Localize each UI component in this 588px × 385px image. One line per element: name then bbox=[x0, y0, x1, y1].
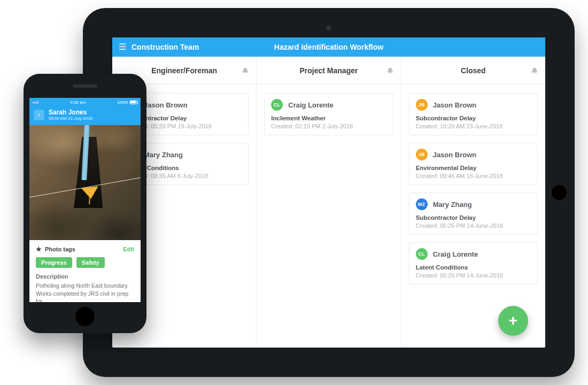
author-timestamp: 08:56 AM 22-July-2018 bbox=[49, 116, 92, 121]
menu-icon[interactable]: ☰ bbox=[119, 43, 126, 51]
column-header: Project Manager 🔔︎ bbox=[257, 57, 400, 84]
column-title: Closed bbox=[461, 66, 486, 75]
battery-icon bbox=[130, 101, 137, 104]
author-name: Sarah Jones bbox=[49, 109, 92, 116]
photo-detail-header: ‹ Sarah Jones 08:56 AM 22-July-2018 bbox=[29, 106, 141, 125]
avatar: CL bbox=[416, 248, 428, 260]
status-time: 9:30 am bbox=[71, 100, 86, 105]
tablet-home-button[interactable] bbox=[552, 185, 567, 200]
card-person: Mary Zhang bbox=[144, 151, 183, 159]
tag-chip-progress[interactable]: Progress bbox=[36, 257, 72, 268]
card-subject: Subcontractor Delay bbox=[416, 214, 531, 221]
column-body: CL Craig Lorente Inclement Weather Creat… bbox=[257, 84, 400, 144]
add-hazard-button[interactable]: + bbox=[498, 306, 528, 336]
description-body: Potholing along North East boundary. Wor… bbox=[36, 282, 134, 302]
hazard-flag-icon bbox=[81, 187, 99, 200]
hazard-card[interactable]: CL Craig Lorente Latent Conditions Creat… bbox=[409, 242, 538, 284]
team-name[interactable]: Construction Team bbox=[131, 43, 199, 51]
bell-icon[interactable]: 🔔︎ bbox=[386, 66, 393, 74]
photo-tags-section: ★︎ Photo tags Edit Progress Safety bbox=[29, 240, 141, 271]
back-button[interactable]: ‹ bbox=[34, 110, 44, 120]
avatar: MZ bbox=[416, 198, 428, 210]
card-person: Craig Lorente bbox=[288, 101, 334, 109]
card-person: Craig Lorente bbox=[433, 250, 478, 258]
hazard-card[interactable]: JB Jason Brown Subcontractor Delay Creat… bbox=[409, 93, 538, 135]
column-closed: Closed 🔔︎ JB Jason Brown Subcontractor D… bbox=[401, 57, 545, 348]
card-person: Mary Zhang bbox=[433, 201, 472, 209]
tablet-device-frame: ☰ Construction Team Hazard Identificatio… bbox=[83, 8, 575, 377]
tag-chips: Progress Safety bbox=[36, 257, 134, 268]
tag-icon: ★︎ bbox=[36, 245, 42, 253]
tags-label: Photo tags bbox=[45, 246, 75, 252]
battery-text: 100% bbox=[118, 100, 128, 105]
column-body: JB Jason Brown Subcontractor Delay Creat… bbox=[401, 84, 545, 293]
column-title: Engineer/Foreman bbox=[151, 66, 217, 75]
phone-home-button[interactable] bbox=[75, 307, 95, 326]
column-title: Project Manager bbox=[300, 66, 358, 75]
card-person: Jason Brown bbox=[144, 101, 188, 109]
avatar: JB bbox=[416, 99, 428, 111]
column-header: Closed 🔔︎ bbox=[401, 57, 545, 84]
photo-description-section: Description Potholing along North East b… bbox=[29, 271, 141, 302]
kanban-columns: Engineer/Foreman 🔔︎ JB Jason Brown Subco… bbox=[112, 57, 545, 348]
card-subject: Environmental Delay bbox=[416, 165, 531, 171]
card-subject: Subcontractor Delay bbox=[416, 115, 531, 121]
card-subject: Inclement Weather bbox=[271, 115, 386, 121]
signal-icon: ••ıll bbox=[33, 100, 38, 105]
status-bar: ••ıll 9:30 am 100% bbox=[29, 98, 141, 106]
card-meta: Created: 05:25 PM 14-June-2018 bbox=[416, 222, 531, 229]
hazard-card[interactable]: JB Jason Brown Environmental Delay Creat… bbox=[409, 143, 538, 185]
site-photo[interactable] bbox=[29, 125, 141, 240]
kanban-header: ☰ Construction Team Hazard Identificatio… bbox=[112, 37, 545, 57]
card-subject: Latent Conditions bbox=[416, 264, 531, 271]
tablet-camera bbox=[326, 25, 331, 30]
bell-icon[interactable]: 🔔︎ bbox=[531, 66, 538, 74]
phone-speaker bbox=[73, 84, 97, 88]
avatar: JB bbox=[416, 149, 428, 160]
card-meta: Created: 10:20 AM 23-June-2018 bbox=[416, 123, 531, 129]
card-meta: Created: 05:25 PM 14-June-2018 bbox=[416, 272, 531, 279]
tablet-screen: ☰ Construction Team Hazard Identificatio… bbox=[112, 37, 545, 348]
column-project-manager: Project Manager 🔔︎ CL Craig Lorente Incl… bbox=[256, 57, 400, 348]
phone-screen: ••ıll 9:30 am 100% ‹ Sarah Jones 08:56 A… bbox=[29, 98, 141, 302]
plus-icon: + bbox=[509, 312, 517, 329]
description-heading: Description bbox=[36, 273, 134, 280]
bell-icon[interactable]: 🔔︎ bbox=[242, 66, 249, 74]
edit-tags-button[interactable]: Edit bbox=[123, 246, 134, 252]
hazard-card[interactable]: CL Craig Lorente Inclement Weather Creat… bbox=[264, 93, 393, 135]
card-meta: Created: 09:45 AM 18-June-2018 bbox=[416, 173, 531, 179]
tag-chip-safety[interactable]: Safety bbox=[76, 257, 105, 268]
phone-device-frame: ••ıll 9:30 am 100% ‹ Sarah Jones 08:56 A… bbox=[24, 74, 146, 333]
card-person: Jason Brown bbox=[433, 151, 477, 159]
hazard-card[interactable]: MZ Mary Zhang Subcontractor Delay Create… bbox=[409, 192, 538, 235]
avatar: CL bbox=[271, 99, 283, 111]
card-person: Jason Brown bbox=[433, 101, 477, 109]
card-meta: Created: 02:10 PM 2-July-2018 bbox=[271, 123, 386, 129]
